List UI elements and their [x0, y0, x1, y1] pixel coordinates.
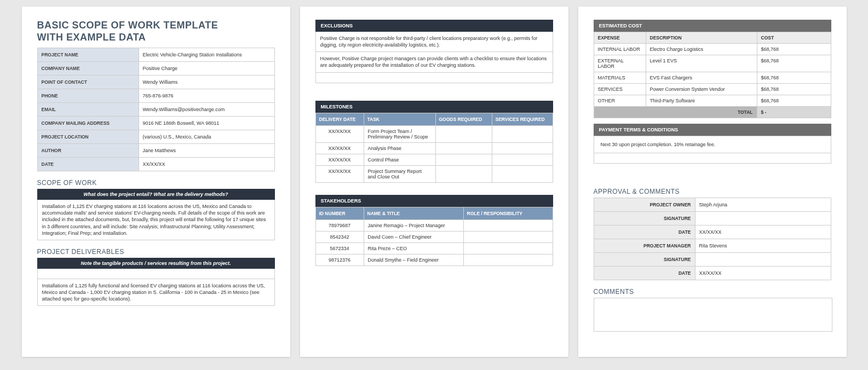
comments-heading: COMMENTS	[594, 288, 831, 296]
exclusions-row-1: Positive Charge is not responsible for t…	[315, 32, 553, 52]
page-1: BASIC SCOPE OF WORK TEMPLATE WITH EXAMPL…	[22, 7, 290, 357]
milestone-row: XX/XX/XXForm Project Team / Preliminary …	[315, 125, 553, 142]
stakeholders-heading: STAKEHOLDERS	[315, 195, 553, 207]
approval-table: PROJECT OWNERSteph Arjuna SIGNATURE DATE…	[594, 198, 831, 280]
col-id: ID NUMBER	[315, 207, 364, 219]
label-mailing: COMPANY MAILING ADDRESS	[37, 117, 139, 130]
label-author: AUTHOR	[37, 144, 139, 158]
exclusions-row-2: However, Positive Charge project manager…	[315, 52, 553, 72]
milestone-row: XX/XX/XXControl Phase	[315, 154, 553, 165]
label-owner-date: DATE	[594, 226, 695, 239]
stakeholder-row: 98712376Donald Smythe – Field Engineer	[315, 254, 553, 265]
value-location: (various) U.S., Mexico, Canada	[139, 130, 274, 144]
col-expense: EXPENSE	[594, 32, 646, 44]
label-email: EMAIL	[37, 103, 139, 117]
label-date: DATE	[37, 158, 139, 171]
exclusions-empty	[315, 73, 553, 83]
label-company-name: COMPANY NAME	[37, 62, 139, 76]
comments-box	[594, 298, 832, 332]
total-label: TOTAL	[594, 107, 757, 118]
page-2: EXCLUSIONS Positive Charge is not respon…	[300, 7, 568, 357]
deliverables-prompt: Note the tangible products / services re…	[37, 258, 275, 269]
value-owner: Steph Arjuna	[695, 198, 831, 212]
stakeholder-row: 5672334Rita Preze – CEO	[315, 242, 553, 254]
payment-empty	[594, 153, 831, 164]
cost-heading: ESTIMATED COST	[594, 20, 831, 32]
title-line-2: WITH EXAMPLE DATA	[37, 32, 146, 43]
cost-row: INTERNAL LABORElectro Charge Logistics$6…	[594, 44, 831, 55]
col-services: SERVICES REQUIRED	[492, 113, 553, 125]
value-author: Jane Matthews	[139, 144, 274, 158]
label-poc: POINT OF CONTACT	[37, 76, 139, 89]
value-owner-sig	[695, 212, 831, 226]
value-company-name: Positive Charge	[139, 62, 274, 76]
cost-row: EXTERNAL LABORLevel 1 EVS$68,768	[594, 55, 831, 72]
stakeholder-row: 78979687Janine Remagio – Project Manager	[315, 219, 553, 231]
approval-heading: APPROVAL & COMMENTS	[594, 188, 831, 195]
value-date: XX/XX/XX	[139, 158, 274, 171]
document-title: BASIC SCOPE OF WORK TEMPLATE WITH EXAMPL…	[37, 20, 275, 43]
label-manager-date: DATE	[594, 267, 695, 280]
label-manager-sig: SIGNATURE	[594, 253, 695, 267]
value-poc: Wendy Williams	[139, 76, 274, 89]
deliverables-empty	[37, 269, 275, 279]
col-task: TASK	[364, 113, 435, 125]
total-value: $ -	[757, 107, 831, 118]
value-project-name: Electric Vehicle-Charging Station Instal…	[139, 48, 274, 62]
cost-row: SERVICESPower Conversion System Vendor$6…	[594, 84, 831, 95]
cost-table: EXPENSE DESCRIPTION COST INTERNAL LABORE…	[594, 32, 831, 118]
col-delivery-date: DELIVERY DATE	[315, 113, 364, 125]
value-manager: Rita Stevens	[695, 239, 831, 253]
value-mailing: 9016 NE 186th Boswell, WA 98011	[139, 117, 274, 130]
col-name-title: NAME & TITLE	[364, 207, 463, 219]
label-project-name: PROJECT NAME	[37, 48, 139, 62]
scope-prompt: What does the project entail? What are t…	[37, 189, 275, 200]
cost-row: OTHERThird-Party Software$68,768	[594, 95, 831, 107]
label-owner-sig: SIGNATURE	[594, 212, 695, 226]
stakeholder-row: 8542342David Coen – Chief Engineer	[315, 231, 553, 242]
exclusions-heading: EXCLUSIONS	[315, 20, 553, 32]
payment-text: Next 30 upon project completion. 10% ret…	[594, 136, 831, 153]
value-manager-sig	[695, 253, 831, 267]
milestones-table: DELIVERY DATE TASK GOODS REQUIRED SERVIC…	[315, 113, 553, 183]
stakeholders-table: ID NUMBER NAME & TITLE ROLE / RESPONSIBI…	[315, 207, 553, 266]
page-3: ESTIMATED COST EXPENSE DESCRIPTION COST …	[578, 7, 847, 357]
project-info-table: PROJECT NAMEElectric Vehicle-Charging St…	[37, 48, 275, 171]
deliverables-text: Installations of 1,125 fully functional …	[37, 279, 275, 306]
col-description: DESCRIPTION	[646, 32, 757, 44]
label-owner: PROJECT OWNER	[594, 198, 695, 212]
value-phone: 765-876-9876	[139, 89, 274, 103]
label-location: PROJECT LOCATION	[37, 130, 139, 144]
col-role: ROLE / RESPONSIBILITY	[463, 207, 553, 219]
deliverables-heading: PROJECT DELIVERABLES	[37, 248, 275, 256]
col-cost: COST	[757, 32, 831, 44]
value-email: Wendy.Williams@positivecharge.com	[139, 103, 274, 117]
scope-text: Installation of 1,125 EV charging statio…	[37, 200, 275, 240]
milestone-row: XX/XX/XXProject Summary Report and Close…	[315, 165, 553, 182]
cost-row: MATERIALSEVS Fast Chargers$68,768	[594, 72, 831, 84]
scope-heading: SCOPE OF WORK	[37, 179, 275, 187]
payment-heading: PAYMENT TERMS & CONDITIONS	[594, 124, 831, 136]
milestones-heading: MILESTONES	[315, 101, 553, 113]
cost-total-row: TOTAL $ -	[594, 107, 831, 118]
label-phone: PHONE	[37, 89, 139, 103]
label-manager: PROJECT MANAGER	[594, 239, 695, 253]
title-line-1: BASIC SCOPE OF WORK TEMPLATE	[37, 20, 219, 31]
milestone-row: XX/XX/XXAnalysis Phase	[315, 142, 553, 154]
col-goods: GOODS REQUIRED	[435, 113, 492, 125]
value-owner-date: XX/XX/XX	[695, 226, 831, 239]
value-manager-date: XX/XX/XX	[695, 267, 831, 280]
